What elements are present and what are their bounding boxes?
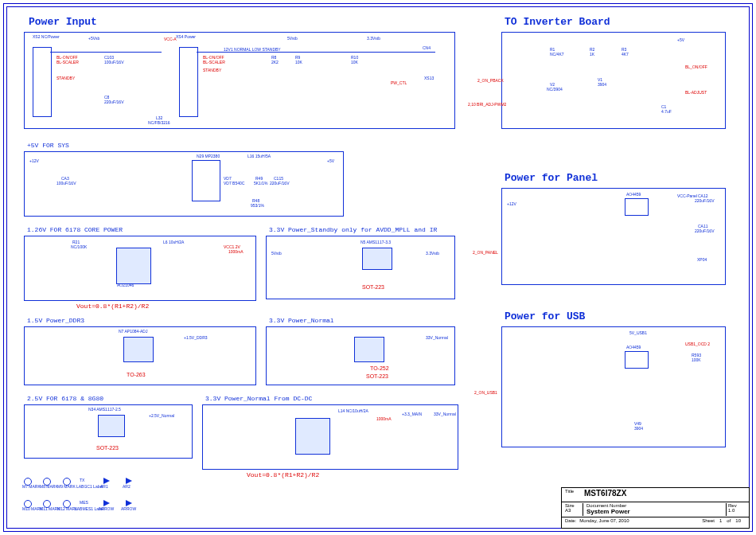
val-r3: 4K7 [622,52,629,57]
mark-ar1: AR1 [100,484,108,489]
sig-standby: STANDBY [57,76,75,80]
arrow-icon-2 [126,478,132,484]
val-l32: NC/FB/3216 [148,120,170,125]
net-5vusb1: 5V_USB1 [629,330,647,335]
block-stby33: N5 AMS1117-3.3 5Vstb 3.3Vstb SOT-223 [266,236,455,299]
tb-sheet-label: Sheet [702,518,715,528]
sig-onusb1: 2_ON_USB1 [474,390,497,395]
formula-core: Vout=0.8*(R1+R2)/R2 [76,303,149,310]
title-inverter: TO Inverter Board [505,16,610,28]
sig-onpback: 2_ON_PBACK [477,78,504,83]
val-r9: 10K [295,60,302,64]
net-vcca: VCC-A [164,37,177,41]
port-pwctl: PW_CTL [391,80,407,85]
tb-rev: 1.0 [728,508,735,513]
net-33vstb-out: 3.3Vstb [426,251,439,256]
val-c103: 100uF/16V [104,60,123,64]
sig-bladjust: BL-ADJUST [685,90,707,95]
tb-size: A3 [565,508,571,513]
val-r1: NC/4K7 [550,52,564,57]
arrow-icon-1 [103,478,110,484]
comp-l16: L16 15uH/5A [247,154,271,158]
ic-ams1117-33: N5 AMS1117-3.3 [360,240,391,244]
pkg-sot223-2: SOT-223 [366,373,388,379]
pkg-sot223-1: SOT-223 [362,284,384,290]
val-c115: 220uF/16V [270,181,289,185]
ic-ams1117-25: N34 AMS1117-2.5 [88,407,121,412]
conn-xs4: XS4 Power [176,34,196,39]
tb-sheet-total: 10 [731,518,746,528]
sig-usbocd: USB1_OCD 2 [685,342,710,346]
net-33norm: 33V_Normal [426,335,448,340]
mark-labgc1: LABGC1 Label [76,484,103,489]
ic-ao4459-1: AO4459 [626,192,641,197]
cur-1000ma-2: 1000mA [376,416,392,421]
val-v49: 3904 [634,426,643,431]
net-5vstb: 5Vstb [287,36,298,41]
block-5vsys: N29 MP2380 L16 15uH/5A VD7 VD7 B540C +5V… [24,151,344,217]
ic-ao4459-2: AO4459 [626,345,641,350]
val-r48: 953/1% [251,203,264,208]
comp-l14: L14 NC/10uH/2A [338,408,368,413]
tb-sheet-num: 1 [715,518,727,528]
tb-date-label: Date: [565,518,576,528]
val-v2: NC/3904 [547,87,563,92]
mark-arrow2: ARROW [121,506,136,511]
title-power-input: Power Input [29,16,97,28]
sig-briadj: 2,10 BRI_ADJ-PWM2 [468,102,506,107]
comp-xs13: XS13 [424,76,434,80]
net-12v-in: +12V [29,158,39,163]
block-33norm: 33V_Normal TO-252 SOT-223 [266,326,455,385]
mark-m7: M7 MARK [22,484,41,489]
val-ca3: 100uF/16V [57,181,76,185]
conn-xs2: XS2 NC/Power [33,34,60,39]
val-c1: 4.7uF [661,109,672,114]
mark-m8: M8 MARK [40,484,58,489]
mark-m9: M9 MARK [57,484,76,489]
title-33dcdc: 3.3V Power_Normal From DC-DC [205,395,312,402]
net-33vstb: 3.3Vstb [367,36,380,41]
cur-1000ma: 1000mA [228,249,244,254]
val-r2: 1K [590,52,594,57]
arrow-icon-4 [126,500,132,506]
title-5vsys: +5V FOR SYS [27,142,69,149]
net-2v5: +2.5V_Normal [149,413,174,418]
tb-doc-name: System Power [586,508,630,515]
net-5vstb-in: 5Vstb [271,251,282,256]
comp-xp04: XP04 [697,257,707,262]
mark-ar2: AR2 [123,484,131,489]
net-1v5: +1.5V_DDR3 [184,335,208,340]
ic-mp2380: N29 MP2380 [197,154,220,158]
title-2v5: 2.5V FOR 6i78 & 8G80 [27,395,103,402]
val-r593: 100K [692,357,701,362]
label-tx: TX [80,478,84,482]
block-2v5: N34 AMS1117-2.5 SOT-223 +2.5V_Normal [24,404,193,459]
title-stby33: 3.3V Power_Standby only for AVDD_MPLL an… [269,226,437,233]
pkg-to263: TO-263 [127,372,146,377]
arrow-icon-3 [103,500,110,506]
sig-blscaler2: BL-SCALER [203,60,225,64]
net-33norm-2: 33V_Normal [434,412,456,416]
title-core: 1.26V FOR 6i78 CORE POWER [27,226,123,233]
comp-l6: L6 10uH/2A [163,240,184,244]
tb-title-label: Title [565,489,584,501]
title-ddr3: 1.5V Power_DDR3 [27,317,84,324]
val-r10: 10K [351,60,358,64]
val-r49: 5K1/1% [254,181,268,185]
sig-blonoff-out: BL_ON/OFF [685,64,707,69]
val-ca11: 220uF/16V [695,228,714,233]
val-r8: 2K2 [271,60,279,64]
block-usb: AO4459 5V_USB1 USB1_OCD 2 R593 100K V49 … [501,326,726,447]
title-panel: Power for Panel [505,172,598,184]
sig-blscaler: BL-SCALER [57,60,79,64]
val-ca12: 220uF/16V [695,198,714,203]
net-5vsb: +5Vsb [88,36,99,41]
net-5v-out: +5V [327,158,334,163]
formula-dcdc: Vout=0.8*(R1+R2)/R2 [247,471,319,478]
net-5v-inv: +5V [677,37,684,42]
sig-standby2: STANDBY [203,68,221,72]
comp-cn4: CN4 [423,45,431,50]
block-panel: AO4459 VCC-Panel CA12 220uF/16V CA11 220… [501,188,726,285]
block-inverter: +5V R1 NC/4K7 R2 1K R3 4K7 BL_ON/OFF BL-… [501,32,726,129]
title-block: Title MST6I78ZX Size A3 Document Number … [561,487,750,529]
